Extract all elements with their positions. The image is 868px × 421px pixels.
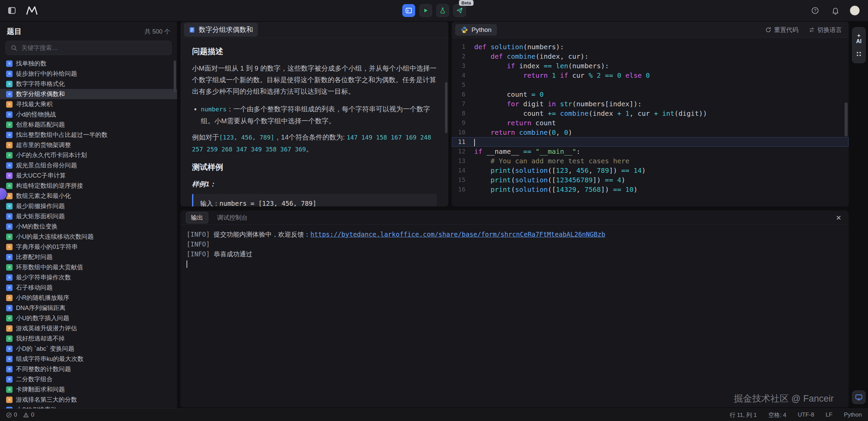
status-item[interactable]: UTF-8 (798, 411, 814, 418)
sidebar-problem-item[interactable]: ≡DNA序列编辑距离 (0, 303, 177, 313)
help-button[interactable]: ? (809, 4, 821, 17)
sidebar-problem-item[interactable]: ≡小U的数字插入问题 (0, 313, 177, 323)
plugins-button[interactable] (854, 51, 864, 57)
sidebar-problem-item[interactable]: ≡比赛配对问题 (0, 252, 177, 262)
sidebar-problem-item[interactable]: ≡最少字符串操作次数 (0, 272, 177, 282)
code-line[interactable]: 9 return count (452, 118, 849, 128)
sidebar-problem-item[interactable]: ≡超市里的货物架调整 (0, 140, 177, 150)
sidebar-problem-item[interactable]: ≡我好想逃却逃不掉 (0, 333, 177, 344)
status-item[interactable]: LF (826, 411, 832, 418)
code-text: print(solution([123, 456, 789]) == 14) (474, 166, 646, 175)
sidebar-problem-item[interactable]: ≡环形数组中的最大贡献值 (0, 262, 177, 272)
run-button[interactable] (419, 4, 432, 17)
sidebar-problem-item[interactable]: ≡不同整数的计数问题 (0, 364, 177, 374)
user-avatar[interactable] (850, 5, 860, 16)
sidebar-problem-item[interactable]: ≡找出整型数组中占比超过一半的数 (0, 130, 177, 140)
problem-scrollbar-thumb[interactable] (445, 82, 447, 133)
sidebar-problem-item[interactable]: ≡最大矩形面积问题 (0, 211, 177, 221)
sidebar-problem-item[interactable]: ≡游戏英雄升级潜力评估 (0, 323, 177, 333)
sidebar-problem-item[interactable]: ≡最少前缀操作问题 (0, 201, 177, 211)
sidebar-toggle-button[interactable] (5, 4, 18, 17)
sidebar-problem-item[interactable]: ≡字典序最小的01字符串 (0, 242, 177, 252)
code-text: print(solution([14329, 7568]) == 10) (474, 185, 638, 194)
tab-output[interactable]: 输出 (186, 212, 208, 223)
sidebar-problem-item[interactable]: ≡找单独的数 (0, 58, 177, 69)
description-heading: 问题描述 (192, 45, 437, 57)
sidebar-problem-item[interactable]: ≡二分数字组合 (0, 374, 177, 384)
editor-scrollbar-thumb[interactable] (845, 103, 848, 136)
code-line[interactable]: 12if __name__ == "__main__": (452, 147, 849, 156)
sidebar-scrollbar-thumb[interactable] (174, 60, 176, 93)
status-item[interactable]: 空格: 4 (768, 411, 786, 419)
problem-title-label: 不同整数的计数问题 (16, 365, 71, 373)
sidebar-problem-item[interactable]: ≡小M的数位变换 (0, 221, 177, 232)
code-line[interactable]: 8 count += combine(index + 1, cur + int(… (452, 109, 849, 118)
close-console-button[interactable]: × (834, 213, 843, 222)
sidebar-problem-item[interactable]: ≡最大UCC子串计算 (0, 170, 177, 181)
search-input[interactable] (21, 44, 167, 52)
sidebar-problem-item[interactable]: ≡数字字符串格式化 (0, 79, 177, 89)
debug-button[interactable] (402, 4, 415, 17)
code-area[interactable]: 1def solution(numbers):2 def combine(ind… (452, 38, 849, 194)
switch-language-button[interactable]: 切换语言 (809, 26, 842, 34)
problem-title-label: 小U的数字插入问题 (16, 314, 69, 322)
ai-assistant-button[interactable]: AI (854, 33, 864, 45)
problem-title-label: 寻找最大乘积 (16, 100, 53, 108)
screen-share-button[interactable] (852, 390, 866, 404)
code-line[interactable]: 13 # You can add more test cases here (452, 156, 849, 166)
sidebar-problem-item[interactable]: ≡小d的怪物挑战 (0, 109, 177, 120)
sidebar-problem-item[interactable]: ≡构造特定数组的逆序拼接 (0, 181, 177, 191)
code-line[interactable]: 15 print(solution([123456789]) == 4) (452, 175, 849, 185)
play-icon (423, 7, 429, 14)
submit-button[interactable] (453, 4, 466, 17)
problem-panel: 数字分组求偶数和 问题描述 小M面对一组从 1 到 9 的数字，这些数字被分成多… (180, 22, 448, 206)
language-tab[interactable]: Python (455, 24, 497, 36)
status-item[interactable]: Python (844, 411, 862, 418)
sidebar-problem-item[interactable]: ≡卡牌翻面求和问题 (0, 384, 177, 395)
sidebar-problem-item[interactable]: ≡数字分组求偶数和 (0, 89, 177, 99)
code-line[interactable]: 10 return combine(0, 0) (452, 128, 849, 137)
samples-heading: 测试样例 (192, 161, 437, 173)
self-test-button[interactable] (436, 4, 449, 17)
warnings-indicator[interactable]: 0 (23, 411, 34, 418)
code-line[interactable]: 11 (452, 137, 849, 147)
feedback-link[interactable]: https://bytedance.larkoffice.com/share/b… (310, 231, 605, 238)
app-logo[interactable] (24, 4, 40, 17)
reset-code-button[interactable]: 重置代码 (765, 26, 798, 34)
errors-indicator[interactable]: 0 (6, 411, 17, 418)
log-level-tag: [INFO] (187, 240, 210, 248)
code-text: for digit in str(numbers[index]): (474, 99, 642, 109)
code-line[interactable]: 14 print(solution([123, 456, 789]) == 14… (452, 166, 849, 175)
sidebar-problem-item[interactable]: ≡徒步旅行中的补给问题 (0, 69, 177, 79)
sidebar-problem-item[interactable]: ≡小S的倒排索引 (0, 405, 177, 408)
notifications-button[interactable] (829, 4, 842, 17)
problem-tab[interactable]: 数字分组求偶数和 (184, 23, 258, 37)
problem-count: 共 500 个 (144, 28, 170, 36)
tab-debug-console[interactable]: 调试控制台 (217, 214, 248, 222)
code-line[interactable]: 1def solution(numbers): (452, 42, 849, 52)
sidebar-problem-item[interactable]: ≡小R的随机播放顺序 (0, 293, 177, 303)
sidebar-problem-item[interactable]: ≡游戏排名第三大的分数 (0, 395, 177, 405)
code-line[interactable]: 2 def combine(index, cur): (452, 52, 849, 61)
sidebar-problem-item[interactable]: ≡石子移动问题 (0, 282, 177, 293)
sidebar-problem-item[interactable]: ≡小D的 `abc` 变换问题 (0, 344, 177, 354)
sidebar-problem-item[interactable]: ≡创意标题匹配问题 (0, 120, 177, 130)
description-paragraph: 小M面对一组从 1 到 9 的数字，这些数字被分成多个小组，并从每个小组中选择一… (192, 62, 437, 97)
sidebar-problem-item[interactable]: ≡组成字符串ku的最大次数 (0, 354, 177, 364)
code-line[interactable]: 16 print(solution([14329, 7568]) == 10) (452, 185, 849, 194)
code-line[interactable]: 6 count = 0 (452, 90, 849, 99)
code-line[interactable]: 4 return 1 if cur % 2 == 0 else 0 (452, 71, 849, 80)
status-bar: 0 0 行 11, 列 1空格: 4UTF-8LFPython (0, 408, 868, 421)
sidebar-problem-item[interactable]: ≡小U的最大连续移动次数问题 (0, 232, 177, 242)
sidebar-problem-item[interactable]: ≡数组元素之和最小化 (0, 191, 177, 201)
status-item[interactable]: 行 11, 列 1 (730, 411, 757, 419)
sidebar-problem-item[interactable]: ≡小F的永久代币卡回本计划 (0, 150, 177, 160)
search-box[interactable] (5, 41, 172, 55)
sidebar-problem-item[interactable]: ≡观光景点组合得分问题 (0, 160, 177, 170)
code-line[interactable]: 5 (452, 80, 849, 90)
code-line[interactable]: 3 if index == len(numbers): (452, 61, 849, 71)
reset-code-label: 重置代码 (774, 26, 798, 34)
code-line[interactable]: 7 for digit in str(numbers[index]): (452, 99, 849, 109)
sidebar-problem-item[interactable]: ≡寻找最大乘积 (0, 99, 177, 109)
code-text (474, 137, 475, 147)
